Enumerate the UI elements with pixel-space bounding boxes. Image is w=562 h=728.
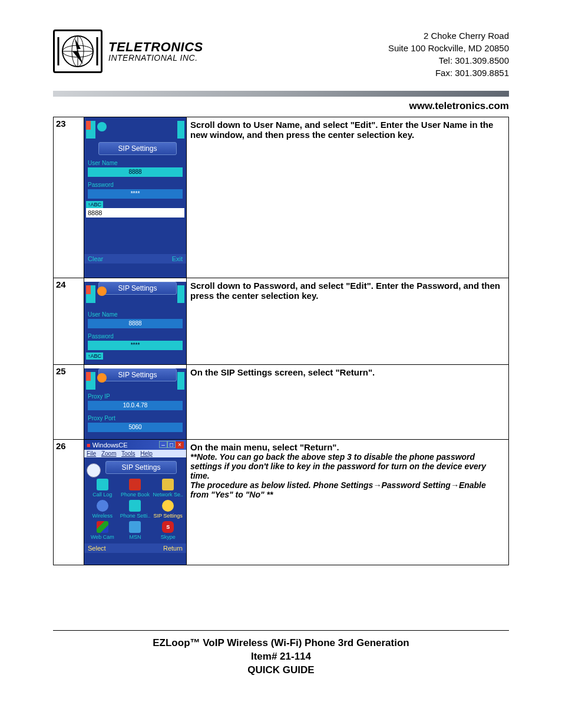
signal-icon xyxy=(86,372,95,390)
menu-zoom[interactable]: Zoom xyxy=(101,450,117,457)
close-icon[interactable]: × xyxy=(176,442,184,449)
phone-settings-icon[interactable]: Phone Setti.. xyxy=(120,500,151,519)
username-field[interactable]: 8888 xyxy=(88,167,183,177)
proxy-port-field[interactable]: 5060 xyxy=(88,423,183,432)
username-label: User Name xyxy=(84,160,186,166)
maximize-icon[interactable]: □ xyxy=(167,441,176,448)
gear-icon xyxy=(97,373,107,383)
sip-settings-screenshot: SIP Settings Proxy IP 10.0.4.78 Proxy Po… xyxy=(84,368,186,439)
input-mode-indicator: ↑ABC xyxy=(86,201,103,208)
step-number: 25 xyxy=(54,365,84,440)
page-footer: EZLoop™ VoIP Wireless (Wi-Fi) Phone 3rd … xyxy=(53,630,509,677)
wireless-icon[interactable]: Wireless xyxy=(87,500,118,519)
battery-icon xyxy=(177,285,184,303)
screenshot-cell: SIP Settings Proxy IP 10.0.4.78 Proxy Po… xyxy=(84,365,187,440)
main-menu-icons: Call Log Phone Book Network Se.. Wireles… xyxy=(84,475,186,541)
softkey-left[interactable]: Clear xyxy=(88,255,103,262)
step-text: On the SIP Settings screen, select "Retu… xyxy=(190,367,375,377)
signal-icon xyxy=(86,285,95,303)
screenshot-cell: SIP Settings User Name 8888 Password ***… xyxy=(84,278,187,365)
step-description: On the main menu, select "Return". **Not… xyxy=(187,440,509,565)
gear-icon xyxy=(97,286,107,296)
username-field[interactable]: 8888 xyxy=(88,319,183,328)
document-page: TELETRONICS INTERNATIONAL INC. 2 Choke C… xyxy=(0,0,562,701)
web-cam-icon[interactable]: Web Cam xyxy=(87,521,118,540)
sip-settings-screenshot: SIP Settings User Name 8888 Password ***… xyxy=(84,117,186,278)
window-menubar: File Zoom Tools Help xyxy=(84,450,186,457)
proxy-port-label: Proxy Port xyxy=(84,415,186,421)
battery-icon xyxy=(177,372,184,390)
header-divider xyxy=(53,91,509,97)
proxy-ip-label: Proxy IP xyxy=(84,393,186,400)
screen-title: SIP Settings xyxy=(98,282,177,295)
softkey-bar: Select Return xyxy=(84,543,186,553)
step-description: On the SIP Settings screen, select "Retu… xyxy=(187,365,509,440)
msn-icon[interactable]: MSN xyxy=(120,521,151,540)
table-row: 23 SIP Settings User Name 8888 Password … xyxy=(54,117,509,278)
battery-icon xyxy=(177,121,184,139)
fax: Fax: 301.309.8851 xyxy=(388,67,509,79)
step-description: Scroll down to Password, and select "Edi… xyxy=(187,278,509,365)
menu-file[interactable]: File xyxy=(87,450,96,457)
window-title: ■ WindowsCE xyxy=(87,442,128,449)
screen-title: SIP Settings xyxy=(98,142,177,155)
footer-line3: QUICK GUIDE xyxy=(53,664,509,677)
step-text: Scroll down to User Name, and select "Ed… xyxy=(190,120,493,140)
globe-lightning-icon xyxy=(53,29,103,73)
company-name-line1: TELETRONICS xyxy=(108,40,203,54)
step-number: 26 xyxy=(54,440,84,565)
telephone: Tel: 301.309.8500 xyxy=(388,54,509,67)
softkey-right[interactable]: Return xyxy=(163,545,183,552)
address-line1: 2 Choke Cherry Road xyxy=(388,29,509,42)
signal-icon xyxy=(86,121,95,139)
arrow-icon: → xyxy=(373,480,381,490)
website-url: www.teletronics.com xyxy=(53,100,509,112)
call-log-icon[interactable]: Call Log xyxy=(87,479,118,498)
step-text: Scroll down to Password, and select "Edi… xyxy=(190,281,500,301)
window-buttons: –□× xyxy=(159,441,184,449)
password-label: Password xyxy=(84,333,186,340)
username-label: User Name xyxy=(84,311,186,318)
main-menu-screenshot: ■ WindowsCE –□× File Zoom Tools Help xyxy=(84,440,186,565)
footer-line1: EZLoop™ VoIP Wireless (Wi-Fi) Phone 3rd … xyxy=(53,637,509,650)
softkey-bar: Clear Exit xyxy=(84,254,186,263)
screenshot-cell: SIP Settings User Name 8888 Password ***… xyxy=(84,117,187,278)
instruction-table: 23 SIP Settings User Name 8888 Password … xyxy=(53,117,509,565)
table-row: 24 SIP Settings User Name 8888 Password … xyxy=(54,278,509,365)
arrow-icon: → xyxy=(451,480,459,490)
screen-title: SIP Settings xyxy=(98,368,177,381)
company-name: TELETRONICS INTERNATIONAL INC. xyxy=(108,40,203,62)
footer-line2: Item# 21-114 xyxy=(53,650,509,664)
input-mode-indicator: ↑ABC xyxy=(86,353,103,360)
step-note: **Note. You can go back the above step 3… xyxy=(190,452,505,499)
step-number: 23 xyxy=(54,117,84,278)
phone-book-icon[interactable]: Phone Book xyxy=(120,479,151,498)
page-header: TELETRONICS INTERNATIONAL INC. 2 Choke C… xyxy=(53,29,509,79)
step-description: Scroll down to User Name, and select "Ed… xyxy=(187,117,509,278)
skype-icon[interactable]: SSkype xyxy=(152,521,184,540)
sip-settings-icon[interactable]: SIP Settings xyxy=(152,500,184,519)
address-line2: Suite 100 Rockville, MD 20850 xyxy=(388,42,509,54)
password-field[interactable]: **** xyxy=(88,189,183,199)
sip-settings-screenshot: SIP Settings User Name 8888 Password ***… xyxy=(84,282,186,364)
table-row: 25 SIP Settings Proxy IP 10.0.4.78 Proxy… xyxy=(54,365,509,440)
window-titlebar: ■ WindowsCE –□× xyxy=(84,440,186,450)
table-row: 26 ■ WindowsCE –□× File Zoom Tools xyxy=(54,440,509,565)
network-settings-icon[interactable]: Network Se.. xyxy=(152,479,184,498)
step-text: On the main menu, select "Return". xyxy=(190,442,505,452)
password-field[interactable]: **** xyxy=(88,341,183,350)
menu-tools[interactable]: Tools xyxy=(121,450,135,457)
proxy-ip-field[interactable]: 10.0.4.78 xyxy=(88,401,183,410)
password-label: Password xyxy=(84,182,186,188)
minimize-icon[interactable]: – xyxy=(159,441,167,448)
company-address: 2 Choke Cherry Road Suite 100 Rockville,… xyxy=(388,29,509,79)
step-number: 24 xyxy=(54,278,84,365)
gear-icon xyxy=(97,122,107,131)
menu-help[interactable]: Help xyxy=(140,450,153,457)
screen-title: SIP Settings xyxy=(105,461,177,474)
softkey-right[interactable]: Exit xyxy=(172,255,183,262)
edit-textbox[interactable]: 8888 xyxy=(86,208,184,218)
company-logo-block: TELETRONICS INTERNATIONAL INC. xyxy=(53,29,203,73)
clock-icon xyxy=(87,463,101,477)
softkey-left[interactable]: Select xyxy=(88,545,106,552)
